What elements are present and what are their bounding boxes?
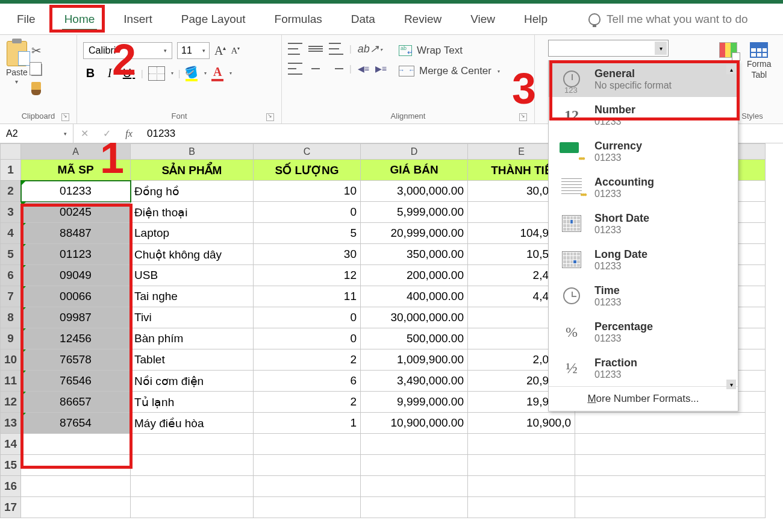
- cell-D1[interactable]: GIÁ BÁN: [361, 160, 468, 181]
- format-option-number[interactable]: 12 Number01233: [549, 97, 738, 133]
- cell-A8[interactable]: 09987: [21, 307, 131, 328]
- tab-home[interactable]: Home: [58, 8, 101, 31]
- font-color-button[interactable]: A: [211, 65, 223, 81]
- cell-A14[interactable]: [21, 434, 131, 455]
- cell-A15[interactable]: [21, 455, 131, 476]
- row-header[interactable]: 14: [1, 434, 21, 455]
- align-right-button[interactable]: [329, 63, 343, 75]
- cell-D10[interactable]: 1,009,900.00: [361, 349, 468, 371]
- cell-A6[interactable]: 09049: [21, 265, 131, 286]
- cell-C14[interactable]: [254, 434, 361, 455]
- cell-A7[interactable]: 00066: [21, 286, 131, 307]
- tab-help[interactable]: Help: [518, 8, 554, 31]
- cell-B5[interactable]: Chuột không dây: [131, 244, 254, 265]
- tab-page-layout[interactable]: Page Layout: [175, 8, 252, 31]
- cell-C12[interactable]: 2: [254, 392, 361, 413]
- row-header[interactable]: 17: [1, 497, 21, 518]
- cell-D15[interactable]: [361, 455, 468, 476]
- paste-button[interactable]: Paste ▾: [6, 41, 28, 85]
- borders-button[interactable]: [148, 66, 165, 81]
- row-header[interactable]: 9: [1, 328, 21, 349]
- dialog-launcher-icon[interactable]: [61, 113, 69, 121]
- cell-C2[interactable]: 10: [254, 181, 361, 202]
- merge-center-button[interactable]: Merge & Center ▾: [399, 65, 500, 77]
- cell-C1[interactable]: SỐ LƯỢNG: [254, 160, 361, 181]
- fill-color-button[interactable]: 🪣: [185, 66, 198, 81]
- column-header-B[interactable]: B: [131, 144, 254, 160]
- underline-button[interactable]: U▾: [122, 66, 136, 80]
- row-header[interactable]: 10: [1, 349, 21, 371]
- cell-C15[interactable]: [254, 455, 361, 476]
- cell-D12[interactable]: 9,999,000.00: [361, 392, 468, 413]
- row-header[interactable]: 7: [1, 286, 21, 307]
- cell-D9[interactable]: 500,000.00: [361, 328, 468, 349]
- row-header[interactable]: 13: [1, 413, 21, 434]
- row-header[interactable]: 4: [1, 223, 21, 244]
- cell-C4[interactable]: 5: [254, 223, 361, 244]
- cell-B7[interactable]: Tai nghe: [131, 286, 254, 307]
- select-all-corner[interactable]: [1, 144, 21, 160]
- cell-C8[interactable]: 0: [254, 307, 361, 328]
- align-bottom-button[interactable]: [329, 43, 343, 55]
- cell-C17[interactable]: [254, 497, 361, 518]
- cell-B3[interactable]: Điện thoại: [131, 202, 254, 223]
- cell-E16[interactable]: [468, 476, 575, 497]
- row-header[interactable]: 16: [1, 476, 21, 497]
- align-top-button[interactable]: [288, 43, 302, 55]
- cell-D17[interactable]: [361, 497, 468, 518]
- tab-insert[interactable]: Insert: [117, 8, 158, 31]
- decrease-font-button[interactable]: A▾: [231, 46, 240, 56]
- tab-file[interactable]: File: [11, 8, 42, 31]
- font-name-combo[interactable]: Calibri▾: [83, 42, 172, 59]
- italic-button[interactable]: I: [102, 66, 117, 80]
- format-option-accounting[interactable]: Accounting 01233: [549, 169, 738, 205]
- format-option-fraction[interactable]: ½ Fraction01233: [549, 350, 738, 386]
- row-header[interactable]: 12: [1, 392, 21, 413]
- row-header[interactable]: 15: [1, 455, 21, 476]
- cell-B4[interactable]: Laptop: [131, 223, 254, 244]
- cell-C10[interactable]: 2: [254, 349, 361, 371]
- name-box[interactable]: A2▾: [0, 124, 73, 143]
- cell-B12[interactable]: Tủ lạnh: [131, 392, 254, 413]
- enter-formula-button[interactable]: ✓: [103, 128, 111, 139]
- number-format-combo[interactable]: ▾: [548, 40, 669, 57]
- cell-D4[interactable]: 20,999,000.00: [361, 223, 468, 244]
- cell-A9[interactable]: 12456: [21, 328, 131, 349]
- align-middle-button[interactable]: [308, 43, 323, 55]
- cell-D2[interactable]: 3,000,000.00: [361, 181, 468, 202]
- insert-function-button[interactable]: fx: [125, 128, 133, 139]
- cell-A13[interactable]: 87654: [21, 413, 131, 434]
- row-header[interactable]: 2: [1, 181, 21, 202]
- dialog-launcher-icon[interactable]: [266, 113, 274, 121]
- copy-button[interactable]: [31, 64, 42, 76]
- row-header[interactable]: 8: [1, 307, 21, 328]
- orientation-button[interactable]: ab↗▾: [358, 42, 382, 55]
- tab-data[interactable]: Data: [345, 8, 381, 31]
- tab-review[interactable]: Review: [398, 8, 448, 31]
- cell-F15[interactable]: [575, 455, 766, 476]
- row-header[interactable]: 6: [1, 265, 21, 286]
- cell-C16[interactable]: [254, 476, 361, 497]
- cell-D3[interactable]: 5,999,000.00: [361, 202, 468, 223]
- cell-E17[interactable]: [468, 497, 575, 518]
- cell-D16[interactable]: [361, 476, 468, 497]
- cell-A2[interactable]: 01233: [21, 181, 131, 202]
- cut-button[interactable]: ✂: [31, 43, 42, 58]
- format-option-time[interactable]: Time01233: [549, 278, 738, 314]
- bold-button[interactable]: B: [83, 66, 98, 80]
- cell-C6[interactable]: 12: [254, 265, 361, 286]
- row-header[interactable]: 1: [1, 160, 21, 181]
- cell-A5[interactable]: 01123: [21, 244, 131, 265]
- cell-E14[interactable]: [468, 434, 575, 455]
- cell-B13[interactable]: Máy điều hòa: [131, 413, 254, 434]
- cell-F13[interactable]: [575, 413, 766, 434]
- format-option-longdate[interactable]: Long Date01233: [549, 242, 738, 278]
- cell-A16[interactable]: [21, 476, 131, 497]
- row-header[interactable]: 11: [1, 371, 21, 392]
- cell-A1[interactable]: MÃ SP: [21, 160, 131, 181]
- cell-C3[interactable]: 0: [254, 202, 361, 223]
- tell-me-search[interactable]: Tell me what you want to do: [588, 13, 747, 26]
- cell-B11[interactable]: Nồi cơm điện: [131, 371, 254, 392]
- cell-D14[interactable]: [361, 434, 468, 455]
- cell-B16[interactable]: [131, 476, 254, 497]
